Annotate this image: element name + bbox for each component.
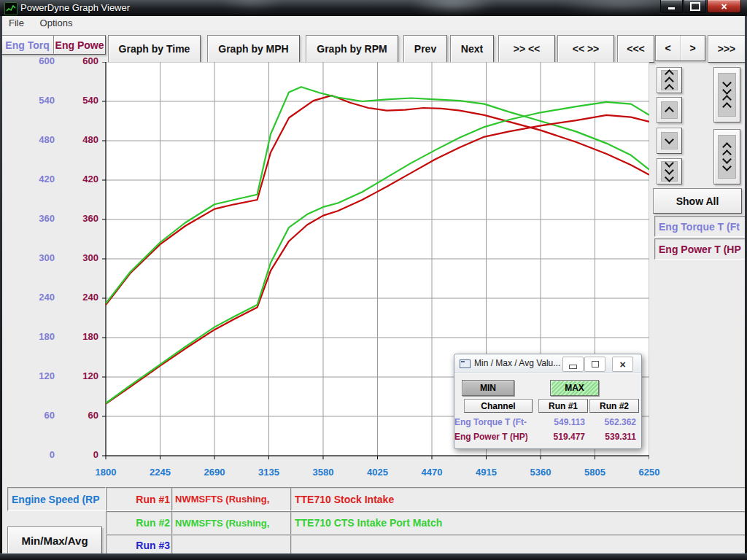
run1-column-header[interactable]: Run #1 [538, 399, 588, 413]
channel-column-header[interactable]: Channel [464, 399, 533, 413]
max-toggle-label: MAX [565, 383, 584, 393]
min-toggle-button[interactable]: MIN [462, 380, 514, 396]
scroll-far-left-button[interactable]: <<< [617, 35, 654, 63]
triple-chevron-down-icon [661, 161, 678, 182]
run1-desc-box[interactable]: TTE710 Stock Intake [290, 487, 745, 511]
axis-tick-label: 600 [61, 55, 98, 66]
scroll-bottom-button[interactable] [657, 158, 682, 184]
minimize-icon [569, 365, 577, 369]
close-icon: × [721, 1, 727, 12]
app-icon [4, 2, 18, 15]
minmax-dialog-title: Min / Max / Avg Valu... [474, 358, 560, 368]
axis-tick-label: 240 [61, 292, 98, 303]
table-row: Eng Torque T (Ft- 549.113 562.362 [454, 416, 641, 428]
scroll-far-right-button[interactable]: >>> [708, 35, 745, 63]
window-close-button[interactable]: × [707, 0, 741, 13]
chevron-up-icon [661, 101, 678, 119]
x-channel-box[interactable]: Engine Speed (RP [7, 487, 106, 511]
minmax-avg-button[interactable]: Min/Max/Avg [7, 526, 102, 554]
run3-label-box: Run #3 [106, 534, 176, 554]
menu-options[interactable]: Options [34, 16, 80, 30]
torque-channel-box[interactable]: Eng Torque T (Ft [654, 216, 745, 237]
run1-label: Run #1 [136, 494, 170, 505]
run2-label: Run #2 [136, 517, 170, 529]
table-row: Eng Power T (HP) 519.477 539.311 [454, 431, 641, 443]
run2-desc-box[interactable]: TTE710 CTS Intake Port Match [290, 511, 745, 534]
run3-label: Run #3 [136, 540, 170, 551]
minmax-avg-label: Min/Max/Avg [21, 534, 88, 547]
prev-label: Prev [414, 43, 436, 55]
minmax-dialog-titlebar[interactable]: Min / Max / Avg Valu... × [454, 354, 641, 373]
next-label: Next [461, 43, 483, 55]
axis-tick-label: 300 [61, 252, 98, 263]
power-channel-box[interactable]: Eng Power T (HP [654, 238, 745, 260]
chevrons-inward-icon [718, 73, 736, 117]
run2-max-value: 539.311 [589, 432, 636, 442]
axis-tick-label: 1800 [84, 467, 128, 478]
chevron-down-icon [661, 132, 678, 149]
axis-tick-label: 360 [61, 213, 98, 224]
show-all-button[interactable]: Show All [653, 188, 742, 214]
zoom-out-y-button[interactable] [713, 129, 740, 184]
graph-by-rpm-button[interactable]: Graph by RPM [306, 35, 398, 63]
window-border-left [0, 16, 2, 554]
maximize-icon [592, 361, 599, 368]
zoom-in-y-button[interactable] [713, 67, 740, 122]
run3-desc-box[interactable] [290, 534, 745, 554]
run1-max-value: 549.113 [538, 417, 585, 427]
window-minimize-button[interactable] [660, 0, 683, 13]
axis-tick-label: 60 [61, 410, 98, 421]
rpm-axis-labels: 1800224526903135358040254470491553605805… [2, 467, 745, 480]
scroll-up-button[interactable] [657, 97, 682, 123]
run2-label-box: Run #2 [106, 511, 176, 534]
scroll-far-left-label: <<< [627, 43, 645, 55]
torque-channel-box-label: Eng Torque T (Ft [659, 221, 740, 233]
run2-column-header[interactable]: Run #2 [589, 399, 639, 413]
axis-tick-label: 4470 [410, 467, 454, 478]
axis-tick-label: 0 [61, 449, 98, 460]
graph-by-mph-label: Graph by MPH [218, 43, 288, 55]
powerdyne-window: PowerDyne Graph Viewer × File Options En… [0, 0, 747, 560]
run2-name-box[interactable]: NWMSFTS (Rushing, [171, 511, 293, 534]
minmax-maximize-button[interactable] [584, 357, 605, 372]
run2-max-value: 562.362 [589, 417, 636, 427]
maximize-icon [690, 2, 700, 11]
titlebar-glass-glare [409, 0, 496, 13]
zoom-out-x-button[interactable]: << >> [557, 35, 614, 63]
scroll-right-label: > [689, 42, 695, 54]
scroll-right-button[interactable]: > [681, 36, 705, 61]
minmax-close-button[interactable]: × [612, 357, 633, 372]
zoom-in-x-button[interactable]: >> << [498, 35, 555, 63]
window-border-bottom [0, 553, 747, 560]
scroll-down-button[interactable] [657, 128, 682, 154]
zoom-in-x-label: >> << [514, 43, 541, 55]
run1-column-label: Run #1 [549, 401, 578, 411]
next-button[interactable]: Next [450, 35, 494, 63]
power-axis-labels: 060120180240300360420480540600 [2, 31, 104, 505]
max-toggle-button[interactable]: MAX [550, 380, 599, 396]
scroll-left-button[interactable]: < [656, 36, 681, 61]
window-maximize-button[interactable] [684, 0, 706, 13]
axis-tick-label: 5360 [519, 467, 562, 478]
graph-by-rpm-label: Graph by RPM [317, 43, 387, 55]
axis-tick-label: 5805 [573, 467, 617, 478]
run1-name-box[interactable]: NWMSFTS (Rushing, [171, 487, 293, 511]
run2-desc: TTE710 CTS Intake Port Match [295, 517, 442, 529]
scroll-top-button[interactable] [657, 67, 682, 93]
row-channel-name: Eng Power T (HP) [454, 432, 527, 442]
scroll-left-label: < [665, 42, 670, 54]
minmax-minimize-button[interactable] [562, 357, 584, 372]
minmax-dialog-body: MIN MAX Channel Run #1 Run #2 Eng Torque… [454, 373, 641, 448]
zoom-out-x-label: << >> [573, 43, 600, 55]
triple-chevron-up-icon [661, 70, 678, 90]
axis-tick-label: 4025 [356, 467, 400, 478]
axis-tick-label: 540 [61, 95, 98, 106]
graph-by-mph-button[interactable]: Graph by MPH [207, 35, 300, 63]
run3-name-box[interactable] [171, 534, 293, 554]
menu-bar: File Options [2, 16, 745, 31]
menu-file[interactable]: File [2, 16, 31, 30]
prev-button[interactable]: Prev [403, 35, 447, 63]
graph-by-time-button[interactable]: Graph by Time [108, 35, 201, 63]
title-bar[interactable]: PowerDyne Graph Viewer × [0, 0, 747, 16]
scroll-step-button-group: < > [655, 35, 705, 61]
